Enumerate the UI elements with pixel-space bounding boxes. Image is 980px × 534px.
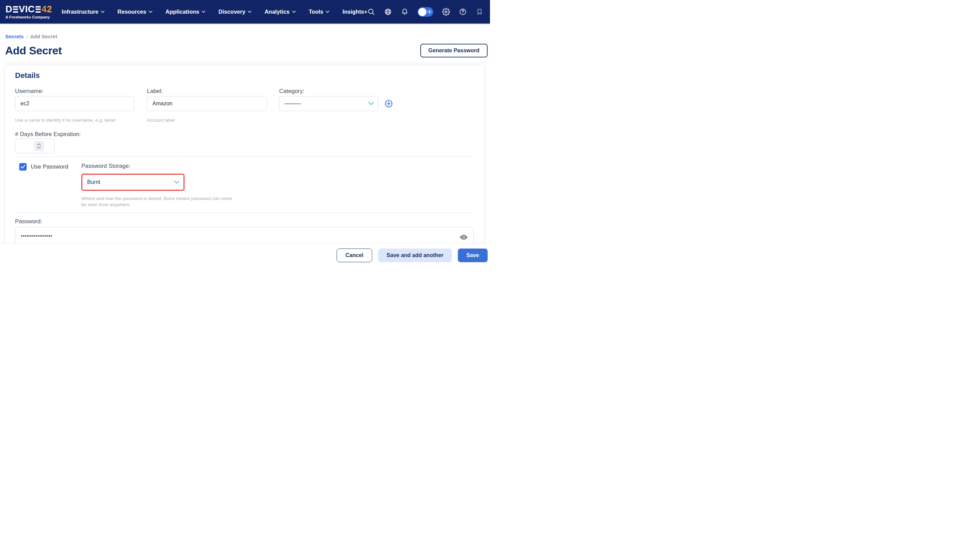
- save-button[interactable]: Save: [458, 249, 488, 262]
- days-before-expiration-label: # Days Before Expiration:: [15, 131, 474, 138]
- add-secret-page: D VIC 42 A Freshworks Company Infrastruc…: [0, 0, 490, 267]
- days-before-expiration-field: [15, 139, 55, 153]
- chevron-down-icon: [149, 11, 153, 13]
- top-navbar: D VIC 42 A Freshworks Company Infrastruc…: [0, 0, 490, 25]
- section-divider: [15, 156, 474, 156]
- chevron-down-icon: [368, 102, 374, 105]
- generate-password-button[interactable]: Generate Password: [420, 44, 488, 57]
- settings-gear-icon[interactable]: [442, 8, 450, 16]
- password-input[interactable]: [15, 227, 474, 243]
- chevron-down-icon: [248, 11, 251, 13]
- password-field: [15, 227, 474, 243]
- show-password-eye-icon[interactable]: [459, 233, 468, 243]
- password-label: Password:: [15, 218, 474, 225]
- category-selected-value: ———: [285, 100, 301, 107]
- nav-item-resources[interactable]: Resources: [118, 8, 153, 15]
- logo-stylized-e-icon: [13, 6, 18, 13]
- chevron-down-icon: [292, 11, 296, 13]
- globe-icon[interactable]: [384, 8, 392, 16]
- title-row: Add Secret Generate Password: [5, 44, 488, 57]
- password-storage-field: Password Storage: Burnt Where and how th…: [81, 163, 235, 208]
- logo-tagline: A Freshworks Company: [5, 15, 52, 19]
- breadcrumb: Secrets › Add Secret: [5, 33, 488, 39]
- label-field-group: Label: Account label: [147, 88, 267, 123]
- logo-letters-vic: VIC: [19, 5, 35, 14]
- form-footer: Cancel Save and add another Save: [0, 243, 490, 267]
- page-header: Secrets › Add Secret Add Secret Generate…: [0, 25, 490, 63]
- fields-row: Username: Use a name to identify if no u…: [15, 88, 474, 123]
- password-storage-select[interactable]: Burnt: [81, 174, 185, 191]
- breadcrumb-separator: ›: [26, 33, 28, 39]
- theme-toggle[interactable]: [418, 7, 433, 17]
- nav-item-analytics[interactable]: Analytics: [264, 8, 296, 15]
- plus-circle-icon: [384, 99, 393, 108]
- breadcrumb-link-secrets[interactable]: Secrets: [5, 33, 24, 39]
- nav-item-discovery[interactable]: Discovery: [218, 8, 251, 15]
- page-title: Add Secret: [5, 45, 62, 57]
- save-and-add-another-button[interactable]: Save and add another: [378, 249, 452, 262]
- username-label: Username:: [15, 88, 134, 95]
- password-storage-selected-value: Burnt: [87, 179, 100, 185]
- details-card: Details Username: Use a name to identify…: [5, 65, 484, 243]
- username-input[interactable]: [15, 96, 134, 111]
- device42-logo[interactable]: D VIC 42 A Freshworks Company: [5, 5, 52, 19]
- section-divider: [15, 212, 474, 213]
- device42-logo-text: D VIC 42: [5, 5, 52, 14]
- label-input[interactable]: [147, 96, 267, 111]
- category-label: Category:: [279, 88, 379, 95]
- notifications-bell-icon[interactable]: [401, 8, 409, 16]
- password-storage-helper: Where and how the password is stored. Bu…: [81, 196, 235, 208]
- use-password-field: Use Password: [15, 163, 81, 171]
- chevron-down-icon: [174, 180, 180, 184]
- chevron-down-icon: [101, 11, 105, 13]
- logo-stylized-e-icon: [35, 6, 41, 13]
- username-helper: Use a name to identify if no username, e…: [15, 117, 134, 123]
- sun-icon: [426, 9, 432, 15]
- nav-item-infrastructure[interactable]: Infrastructure: [62, 8, 105, 15]
- help-icon[interactable]: [459, 8, 467, 16]
- header-divider: [5, 62, 485, 63]
- username-field-group: Username: Use a name to identify if no u…: [15, 88, 134, 123]
- bookmark-icon[interactable]: [476, 8, 484, 16]
- checkmark-icon: [21, 165, 25, 169]
- stepper-down-icon: [37, 146, 41, 149]
- logo-letter-d: D: [5, 5, 12, 14]
- password-options-row: Use Password Password Storage: Burnt Whe…: [15, 163, 474, 208]
- toggle-knob: [418, 8, 426, 16]
- number-stepper[interactable]: [34, 141, 44, 151]
- label-label: Label:: [147, 88, 267, 95]
- use-password-label: Use Password: [31, 163, 68, 170]
- category-field-group: Category: ———: [279, 88, 379, 111]
- nav-icons: A: [368, 5, 490, 19]
- label-helper: Account label: [147, 117, 267, 123]
- nav-menu: Infrastructure Resources Applications Di…: [62, 8, 368, 15]
- breadcrumb-current: Add Secret: [30, 33, 57, 39]
- section-title-details: Details: [15, 71, 474, 80]
- logo-42: 42: [42, 5, 52, 14]
- nav-item-insights[interactable]: Insights+: [342, 8, 368, 15]
- stepper-up-icon: [37, 143, 41, 146]
- password-storage-label: Password Storage:: [81, 163, 235, 170]
- chevron-down-icon: [202, 11, 205, 13]
- search-icon[interactable]: [368, 8, 375, 16]
- chevron-down-icon: [326, 11, 329, 13]
- nav-item-applications[interactable]: Applications: [165, 8, 205, 15]
- add-category-button[interactable]: [384, 99, 393, 109]
- nav-item-tools[interactable]: Tools: [309, 8, 330, 15]
- cancel-button[interactable]: Cancel: [337, 249, 372, 262]
- use-password-checkbox[interactable]: [19, 163, 27, 171]
- category-select[interactable]: ———: [279, 96, 379, 111]
